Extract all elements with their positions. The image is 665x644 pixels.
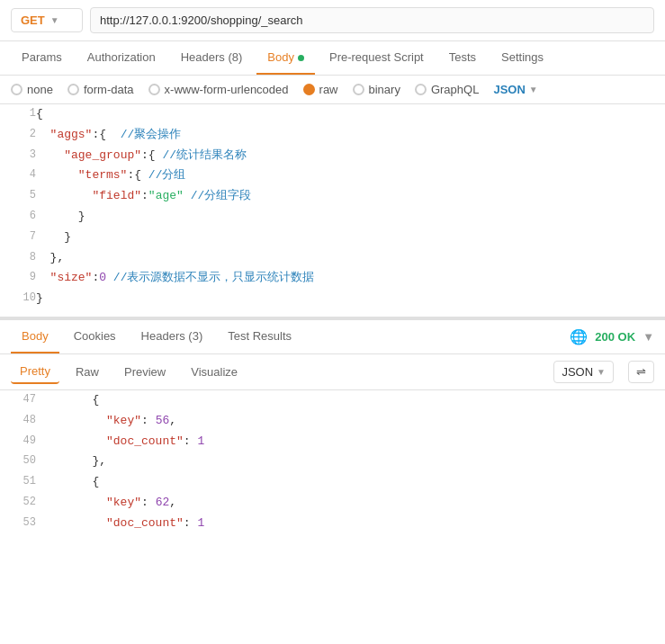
response-tabs: Body Cookies Headers (3) Test Results — [11, 320, 302, 353]
tab-settings[interactable]: Settings — [490, 41, 554, 75]
body-type-graphql[interactable]: GraphQL — [415, 83, 479, 96]
radio-none — [11, 84, 22, 95]
response-more-icon[interactable]: ▼ — [643, 330, 654, 344]
code-line-10: 10 } — [0, 289, 665, 309]
response-format-select[interactable]: JSON ▼ — [553, 361, 614, 383]
code-line-1: 1 { — [0, 104, 665, 125]
code-line-4: 4 "terms":{ //分组 — [0, 165, 665, 186]
method-label: GET — [21, 13, 45, 27]
code-line-7: 7 } — [0, 228, 665, 248]
code-line-2: 2 "aggs":{ //聚会操作 — [0, 125, 665, 146]
tab-headers[interactable]: Headers (8) — [170, 41, 254, 75]
method-select[interactable]: GET ▼ — [11, 8, 83, 32]
tab-prerequest[interactable]: Pre-request Script — [319, 41, 435, 75]
resp-view-preview[interactable]: Preview — [115, 361, 175, 383]
radio-urlencoded — [148, 84, 160, 95]
resp-tab-body[interactable]: Body — [11, 320, 59, 353]
radio-raw — [303, 84, 315, 95]
code-line-6: 6 } — [0, 207, 665, 228]
resp-line-50: 50 }, — [0, 452, 665, 472]
resp-line-48: 48 "key": 56, — [0, 411, 665, 432]
response-meta: 🌐 200 OK ▼ — [570, 328, 654, 345]
tab-tests[interactable]: Tests — [438, 41, 487, 75]
resp-line-53: 53 "doc_count": 1 — [0, 514, 665, 534]
body-active-dot — [298, 55, 304, 61]
code-editor[interactable]: 1 { 2 "aggs":{ //聚会操作 3 "age_group":{ //… — [0, 104, 665, 320]
body-type-none[interactable]: none — [11, 83, 53, 96]
code-line-3: 3 "age_group":{ //统计结果名称 — [0, 146, 665, 166]
body-type-binary[interactable]: binary — [353, 83, 400, 96]
code-line-5: 5 "field":"age" //分组字段 — [0, 186, 665, 207]
resp-line-49: 49 "doc_count": 1 — [0, 432, 665, 452]
request-tabs: Params Authorization Headers (8) Body Pr… — [0, 41, 665, 76]
radio-graphql — [415, 84, 427, 95]
resp-view-visualize[interactable]: Visualize — [182, 361, 247, 383]
resp-line-47: 47 { — [0, 390, 665, 411]
resp-line-51: 51 { — [0, 472, 665, 493]
url-bar: GET ▼ — [0, 0, 665, 41]
resp-tab-cookies[interactable]: Cookies — [63, 320, 127, 353]
body-type-urlencoded[interactable]: x-www-form-urlencoded — [148, 83, 289, 96]
tab-params[interactable]: Params — [11, 41, 73, 75]
radio-binary — [353, 84, 364, 95]
wrap-icon: ⇌ — [636, 365, 646, 379]
response-code-area[interactable]: 47 { 48 "key": 56, 49 "doc_count": 1 50 … — [0, 390, 665, 534]
format-chevron-icon: ▼ — [529, 85, 538, 94]
format-select[interactable]: JSON ▼ — [493, 83, 537, 96]
code-line-9: 9 "size":0 //表示源数据不显示，只显示统计数据 — [0, 268, 665, 289]
resp-view-raw[interactable]: Raw — [67, 361, 108, 383]
resp-view-pretty[interactable]: Pretty — [11, 360, 59, 384]
resp-format-chevron-icon: ▼ — [597, 367, 606, 377]
radio-formdata — [67, 84, 79, 95]
body-type-row: none form-data x-www-form-urlencoded raw… — [0, 76, 665, 104]
code-line-8: 8 }, — [0, 248, 665, 269]
body-type-raw[interactable]: raw — [303, 83, 338, 96]
wrap-button[interactable]: ⇌ — [628, 361, 654, 383]
resp-tab-headers[interactable]: Headers (3) — [130, 320, 214, 353]
resp-line-52: 52 "key": 62, — [0, 493, 665, 514]
body-type-formdata[interactable]: form-data — [67, 83, 134, 96]
resp-tab-testresults[interactable]: Test Results — [217, 320, 302, 353]
status-badge: 200 OK — [595, 330, 635, 344]
response-header: Body Cookies Headers (3) Test Results 🌐 … — [0, 320, 665, 354]
response-format-row: Pretty Raw Preview Visualize JSON ▼ ⇌ — [0, 354, 665, 390]
tab-authorization[interactable]: Authorization — [76, 41, 166, 75]
method-chevron-icon: ▼ — [50, 15, 59, 25]
globe-icon: 🌐 — [570, 328, 588, 345]
url-input[interactable] — [90, 7, 654, 33]
tab-body[interactable]: Body — [256, 41, 315, 75]
